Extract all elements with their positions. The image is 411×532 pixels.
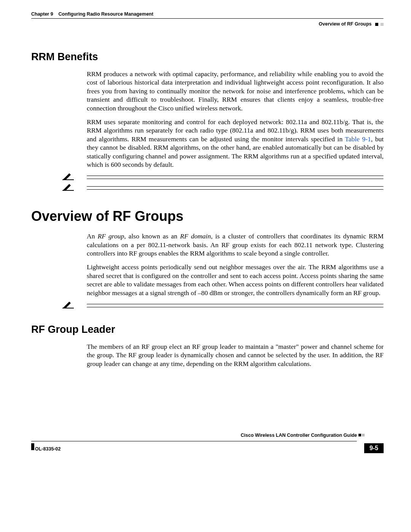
chapter-label: Chapter 9 <box>31 11 53 17</box>
pencil-icon <box>62 183 74 191</box>
footer-doc-number: OL-8335-02 <box>35 446 61 452</box>
pencil-icon <box>62 173 74 180</box>
page-number: 9-5 <box>364 443 384 453</box>
rrm-benefits-p2: RRM uses separate monitoring and control… <box>87 118 384 169</box>
footer-rule <box>31 441 357 442</box>
rrm-benefits-p1: RRM produces a network with optimal capa… <box>87 70 384 112</box>
header-right: Overview of RF Groups <box>319 21 384 27</box>
overview-p1: An RF group, also known as an RF domain,… <box>87 232 384 257</box>
header-rule <box>31 18 384 19</box>
chapter-title: Configuring Radio Resource Management <box>59 11 153 17</box>
header-left: Chapter 9 Configuring Radio Resource Man… <box>31 11 153 17</box>
note-2 <box>31 186 384 190</box>
footer-guide-title: Cisco Wireless LAN Controller Configurat… <box>31 433 357 438</box>
note-rule-bottom <box>87 179 384 179</box>
footer-marker-light <box>362 434 365 436</box>
note-1 <box>31 176 384 179</box>
footer-markers <box>358 431 365 438</box>
page: Chapter 9 Configuring Radio Resource Man… <box>0 0 411 469</box>
page-header: Chapter 9 Configuring Radio Resource Man… <box>31 11 384 30</box>
overview-p2: Lightweight access points periodically s… <box>87 263 384 297</box>
note-rule-bottom <box>87 307 384 308</box>
footer-left-block <box>31 443 34 450</box>
footer-marker-dark <box>358 434 361 436</box>
pencil-icon <box>62 301 74 308</box>
heading-rf-group-leader: RF Group Leader <box>31 324 384 335</box>
header-section: Overview of RF Groups <box>319 21 372 27</box>
header-marker-dark <box>375 23 378 26</box>
heading-overview-rf-groups: Overview of RF Groups <box>31 208 384 224</box>
body-column: An RF group, also known as an RF domain,… <box>87 232 384 297</box>
leader-p1: The members of an RF group elect an RF g… <box>87 342 384 368</box>
header-marker-light <box>381 23 384 26</box>
note-rule-top <box>87 186 384 187</box>
term-rf-domain: RF domain <box>180 232 211 240</box>
term-rf-group: RF group <box>98 232 124 240</box>
body-column: The members of an RF group elect an RF g… <box>87 342 384 368</box>
note-rule-bottom <box>87 189 384 190</box>
page-footer: Cisco Wireless LAN Controller Configurat… <box>31 433 384 454</box>
link-table-9-1[interactable]: Table 9-1 <box>345 135 371 143</box>
heading-rrm-benefits: RRM Benefits <box>31 51 384 63</box>
body-column: RRM produces a network with optimal capa… <box>87 70 384 169</box>
note-rule-top <box>87 304 384 305</box>
note-rule-top <box>87 176 384 176</box>
note-3 <box>31 304 384 308</box>
